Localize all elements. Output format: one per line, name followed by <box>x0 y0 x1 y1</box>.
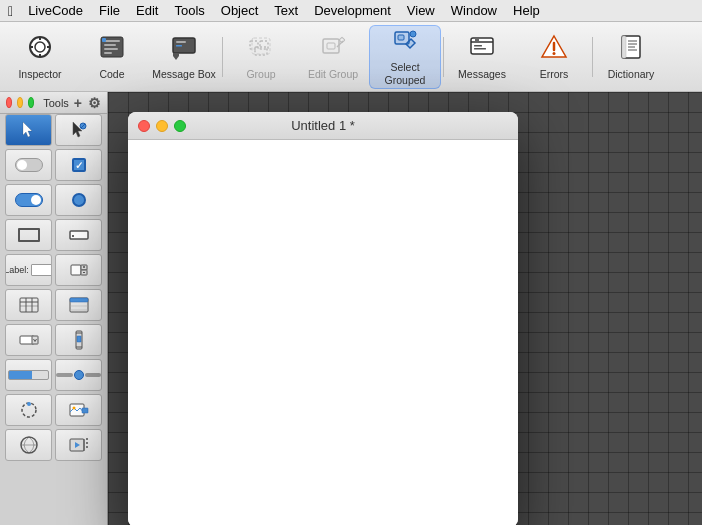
window-title-bar: Untitled 1 * <box>128 112 518 140</box>
svg-rect-9 <box>104 48 118 50</box>
tools-row-1 <box>0 114 107 149</box>
label-input-icon <box>31 264 52 276</box>
dictionary-button[interactable]: Dictionary <box>595 25 667 89</box>
menu-file[interactable]: File <box>92 1 127 20</box>
tool-pointer[interactable] <box>5 114 52 146</box>
apple-menu[interactable]:  <box>8 3 13 19</box>
tool-table[interactable] <box>5 289 52 321</box>
select-grouped-button[interactable]: Select Grouped <box>369 25 441 89</box>
edit-group-button[interactable]: Edit Group <box>297 25 369 89</box>
toggle-off-icon <box>15 158 43 172</box>
message-box-label: Message Box <box>152 68 216 81</box>
tools-settings-button[interactable]: ⚙ <box>88 95 101 111</box>
menu-view[interactable]: View <box>400 1 442 20</box>
tool-stepper[interactable] <box>55 254 102 286</box>
inspector-icon <box>26 33 54 65</box>
slider-track-2 <box>85 373 102 377</box>
inspector-label: Inspector <box>18 68 61 81</box>
group-button[interactable]: Group <box>225 25 297 89</box>
svg-rect-14 <box>173 53 179 56</box>
tools-zoom-dot[interactable] <box>28 97 34 108</box>
menu-object[interactable]: Object <box>214 1 266 20</box>
tools-add-button[interactable]: + <box>74 95 82 111</box>
window-close-button[interactable] <box>138 120 150 132</box>
tools-close-dot[interactable] <box>6 97 12 108</box>
tools-panel-title: Tools <box>43 97 69 109</box>
tools-row-5: Label: <box>0 254 107 289</box>
menu-help[interactable]: Help <box>506 1 547 20</box>
svg-rect-21 <box>323 39 339 53</box>
tool-label-field[interactable]: Label: <box>5 254 52 286</box>
svg-rect-62 <box>32 336 38 344</box>
tool-slider[interactable] <box>55 359 102 391</box>
tools-row-10 <box>0 429 107 464</box>
tool-toggle-on[interactable] <box>5 184 52 216</box>
tool-graphic[interactable] <box>5 429 52 461</box>
label-text: Label: <box>5 265 29 275</box>
main-area: Tools + ⚙ <box>0 92 702 525</box>
inspector-button[interactable]: Inspector <box>4 25 76 89</box>
svg-rect-26 <box>398 35 404 40</box>
tool-list[interactable] <box>55 289 102 321</box>
menu-livecode[interactable]: LiveCode <box>21 1 90 20</box>
tool-image-button[interactable] <box>55 394 102 426</box>
svg-rect-31 <box>474 48 486 50</box>
tool-player[interactable] <box>55 429 102 461</box>
menu-bar:  LiveCode File Edit Tools Object Text D… <box>0 0 702 22</box>
tool-checkbox-on[interactable] <box>55 149 102 181</box>
message-box-button[interactable]: Message Box <box>148 25 220 89</box>
tools-row-3 <box>0 184 107 219</box>
menu-tools[interactable]: Tools <box>167 1 211 20</box>
menu-text[interactable]: Text <box>267 1 305 20</box>
slider-track <box>56 373 73 377</box>
tool-scrollbar[interactable] <box>55 324 102 356</box>
tool-checkbox-off[interactable] <box>5 149 52 181</box>
message-box-icon <box>170 33 198 65</box>
rectangle-icon <box>18 228 40 242</box>
svg-rect-16 <box>176 45 182 47</box>
progress-icon <box>8 370 49 380</box>
tool-rectangle[interactable] <box>5 219 52 251</box>
messages-icon <box>468 33 496 65</box>
checkbox-on-icon <box>72 158 86 172</box>
toolbar-divider-3 <box>592 37 593 77</box>
menu-development[interactable]: Development <box>307 1 398 20</box>
svg-rect-13 <box>176 41 186 43</box>
toggle-on-icon <box>15 193 43 207</box>
tool-spinner[interactable] <box>5 394 52 426</box>
dictionary-label: Dictionary <box>608 68 655 81</box>
menu-edit[interactable]: Edit <box>129 1 165 20</box>
svg-rect-37 <box>622 36 626 58</box>
svg-point-68 <box>27 402 31 406</box>
tool-radio-on[interactable] <box>55 184 102 216</box>
tools-row-4 <box>0 219 107 254</box>
svg-point-27 <box>410 31 416 37</box>
select-grouped-icon <box>391 26 419 58</box>
svg-rect-18 <box>260 41 268 49</box>
code-button[interactable]: Code <box>76 25 148 89</box>
toolbar-divider-1 <box>222 37 223 77</box>
tool-edit-pointer[interactable] <box>55 114 102 146</box>
errors-button[interactable]: Errors <box>518 25 590 89</box>
window-title-text: Untitled 1 * <box>291 118 355 133</box>
tool-progress-bar[interactable] <box>5 359 52 391</box>
window-content[interactable] <box>128 140 518 525</box>
select-grouped-label: Select Grouped <box>374 61 436 86</box>
group-label: Group <box>246 68 275 81</box>
svg-point-35 <box>553 52 556 55</box>
tools-row-7 <box>0 324 107 359</box>
tool-combo[interactable] <box>5 324 52 356</box>
messages-label: Messages <box>458 68 506 81</box>
errors-label: Errors <box>540 68 569 81</box>
edit-group-label: Edit Group <box>308 68 358 81</box>
window-minimize-button[interactable] <box>156 120 168 132</box>
menu-window[interactable]: Window <box>444 1 504 20</box>
svg-rect-10 <box>104 52 112 54</box>
errors-icon <box>540 33 568 65</box>
tools-minimize-dot[interactable] <box>17 97 23 108</box>
window-zoom-button[interactable] <box>174 120 186 132</box>
messages-button[interactable]: Messages <box>446 25 518 89</box>
svg-line-23 <box>337 41 343 47</box>
tool-input-field[interactable] <box>55 219 102 251</box>
svg-rect-52 <box>20 298 38 312</box>
